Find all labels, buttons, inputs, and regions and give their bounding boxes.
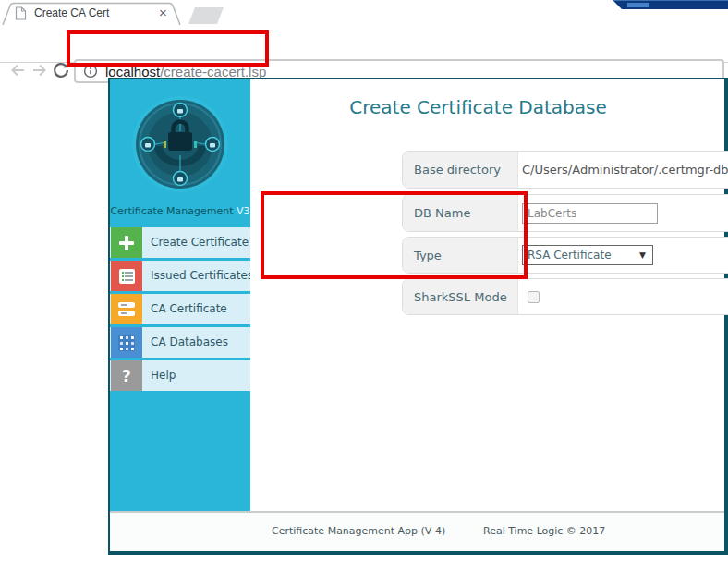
type-select[interactable]: RSA Certificate ▼ (522, 245, 653, 265)
question-icon: ? (111, 360, 142, 391)
field-row-base-directory: Base directory C/Users/Administrator/.ce… (402, 151, 728, 189)
field-label: Base directory (403, 152, 518, 188)
page-title: Create Certificate Database (250, 96, 706, 118)
annotation-url-highlight (67, 30, 269, 67)
list-icon (111, 261, 142, 291)
footer-app-name: Certificate Management App (V 4) (272, 513, 445, 549)
sidebar-item-issued-certificates[interactable]: Issued Certificates (110, 261, 250, 291)
tab-strip: Create CA Cert × (0, 0, 728, 26)
sidebar-item-ca-databases[interactable]: CA Databases (110, 327, 250, 358)
brand: Certificate Management V3 (110, 205, 250, 217)
new-tab-button[interactable] (188, 7, 224, 24)
plus-icon (111, 227, 142, 258)
footer-copyright: Real Time Logic © 2017 (483, 513, 605, 549)
background-window-detail (627, 3, 649, 7)
back-icon[interactable] (7, 61, 28, 79)
main-panel: Create Certificate Database Base directo… (250, 79, 724, 511)
page-icon (15, 6, 27, 20)
field-row-sharkssl-mode: SharkSSL Mode ? (402, 278, 728, 315)
brand-name: Certificate Management (110, 205, 233, 217)
base-directory-value: C/Users/Administrator/.certmgr-db (522, 163, 728, 177)
lock-network-logo (125, 91, 236, 201)
forward-icon[interactable] (30, 61, 50, 79)
grid-icon (111, 327, 142, 358)
sidebar-item-help[interactable]: ? Help (110, 360, 250, 391)
certificate-manager-app: Certificate Management V3 Create Certifi… (108, 78, 728, 555)
annotation-form-highlight (261, 191, 528, 279)
sidebar-item-ca-certificate[interactable]: CA Certificate (110, 294, 250, 324)
background-window-fragment (613, 0, 728, 9)
type-select-value: RSA Certificate (523, 249, 612, 262)
sidebar-menu: Create Certificate Issued Certificates C… (110, 227, 250, 394)
chevron-down-icon: ▼ (639, 250, 646, 260)
sharkssl-mode-checkbox[interactable] (528, 291, 540, 303)
tab-title: Create CA Cert (34, 6, 109, 19)
sidebar-item-create-certificate[interactable]: Create Certificate (110, 227, 250, 258)
field-label: SharkSSL Mode (403, 279, 518, 314)
rows-icon (111, 294, 142, 324)
db-name-input[interactable] (522, 203, 658, 224)
tab-close-icon[interactable]: × (159, 5, 167, 20)
app-footer: Certificate Management App (V 4) Real Ti… (110, 513, 724, 551)
sidebar: Certificate Management V3 Create Certifi… (110, 79, 250, 511)
brand-version: V3 (237, 205, 250, 217)
